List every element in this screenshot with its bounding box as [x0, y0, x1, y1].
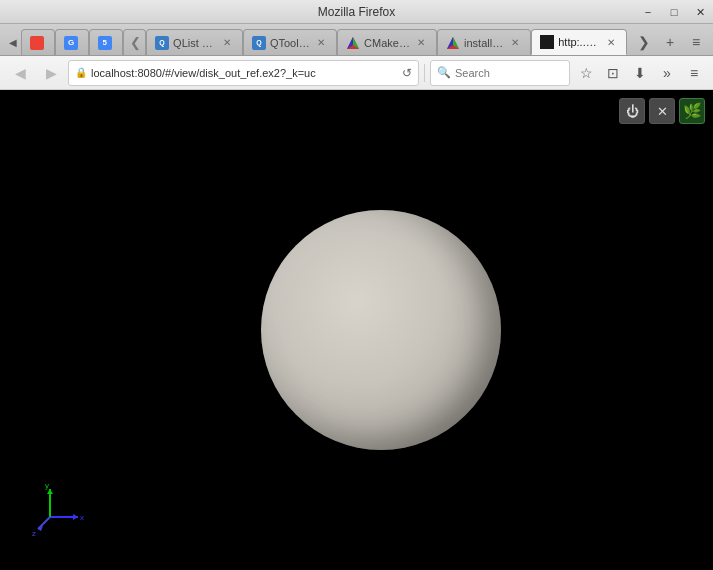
svg-text:z: z	[32, 529, 36, 537]
tab-qlist-label: QList Cla...	[173, 37, 216, 49]
close-button[interactable]: ✕	[687, 0, 713, 24]
download-button[interactable]: ⬇	[627, 60, 653, 86]
leaf-button[interactable]: 🌿	[679, 98, 705, 124]
tab-install-close[interactable]: ✕	[508, 36, 522, 50]
address-bar[interactable]: 🔒 ↺	[68, 60, 419, 86]
forward-button[interactable]: ▶	[37, 60, 65, 86]
tab-cnhiv-close[interactable]: ✕	[604, 35, 618, 49]
tab-cmake[interactable]: CMake RPAT... ✕	[337, 29, 437, 55]
nav-action-buttons: ☆ ⊡ ⬇ » ≡	[573, 60, 707, 86]
back-button[interactable]: ◀	[6, 60, 34, 86]
cnhiv-favicon-icon	[540, 35, 554, 49]
qlist-favicon-icon: Q	[155, 36, 169, 50]
back-arrow-icon: ❮	[130, 35, 141, 50]
tab-install-label: install —...	[464, 37, 504, 49]
shield-button[interactable]: ⊡	[600, 60, 626, 86]
svg-text:x: x	[80, 513, 84, 522]
qtool-favicon-icon: Q	[252, 36, 266, 50]
tab-google[interactable]: G	[55, 29, 89, 55]
window-controls: − □ ✕	[635, 0, 713, 24]
tab-qtool-close[interactable]: ✕	[314, 36, 328, 50]
badge-favicon-icon: 5	[98, 36, 112, 50]
minimize-button[interactable]: −	[635, 0, 661, 24]
svg-text:y: y	[45, 482, 49, 490]
navigation-bar: ◀ ▶ 🔒 ↺ 🔍 ☆ ⊡ ⬇ » ≡	[0, 56, 713, 90]
main-content: ⏻ ✕ 🌿 x y z	[0, 90, 713, 570]
titlebar: Mozilla Firefox − □ ✕	[0, 0, 713, 24]
tab-qlist-close[interactable]: ✕	[220, 36, 234, 50]
close-overlay-button[interactable]: ✕	[649, 98, 675, 124]
power-button[interactable]: ⏻	[619, 98, 645, 124]
svg-marker-8	[73, 514, 78, 520]
gmail-favicon-icon	[30, 36, 44, 50]
search-icon: 🔍	[437, 66, 451, 79]
tab-cnhiv[interactable]: http:..cnhiv ✕	[531, 29, 627, 55]
leaf-icon: 🌿	[683, 102, 702, 120]
hamburger-menu-button[interactable]: ≡	[681, 60, 707, 86]
google-favicon-icon: G	[64, 36, 78, 50]
tab-scroll-left-button[interactable]: ◀	[4, 29, 21, 55]
overlay-controls: ⏻ ✕ 🌿	[619, 98, 705, 124]
tab-cmake-label: CMake RPAT...	[364, 37, 410, 49]
tab-cmake-close[interactable]: ✕	[414, 36, 428, 50]
reload-icon[interactable]: ↺	[402, 66, 412, 80]
overflow-button[interactable]: »	[654, 60, 680, 86]
tab-badge[interactable]: 5	[89, 29, 123, 55]
tab-scroll-right-button[interactable]: ❯	[631, 29, 657, 55]
power-icon: ⏻	[626, 104, 639, 119]
axis-svg: x y z	[30, 482, 85, 537]
svg-rect-6	[540, 35, 554, 49]
nav-divider	[424, 64, 425, 82]
tab-install[interactable]: install —... ✕	[437, 29, 531, 55]
tab-qlist[interactable]: Q QList Cla... ✕	[146, 29, 243, 55]
new-tab-button[interactable]: +	[657, 29, 683, 55]
3d-sphere-container	[261, 210, 501, 450]
tab-bar: ◀ G 5 ❮ Q QList Cla... ✕ Q QToolBu... ✕	[0, 24, 713, 56]
tab-qtool[interactable]: Q QToolBu... ✕	[243, 29, 337, 55]
3d-sphere	[261, 210, 501, 450]
maximize-button[interactable]: □	[661, 0, 687, 24]
bookmark-button[interactable]: ☆	[573, 60, 599, 86]
tab-gmail[interactable]	[21, 29, 55, 55]
tab-qtool-label: QToolBu...	[270, 37, 310, 49]
search-bar[interactable]: 🔍	[430, 60, 570, 86]
cmake-favicon-icon	[346, 36, 360, 50]
tab-menu-button[interactable]: ≡	[683, 29, 709, 55]
lock-icon: 🔒	[75, 67, 87, 78]
tab-cnhiv-label: http:..cnhiv	[558, 36, 600, 48]
tab-actions: ❯ + ≡	[631, 29, 709, 55]
url-input[interactable]	[91, 67, 398, 79]
install-favicon-icon	[446, 36, 460, 50]
svg-line-13	[38, 517, 50, 529]
axis-indicator: x y z	[30, 482, 85, 540]
x-icon: ✕	[657, 104, 668, 119]
tab-back[interactable]: ❮	[123, 29, 147, 55]
window-title: Mozilla Firefox	[318, 5, 395, 19]
